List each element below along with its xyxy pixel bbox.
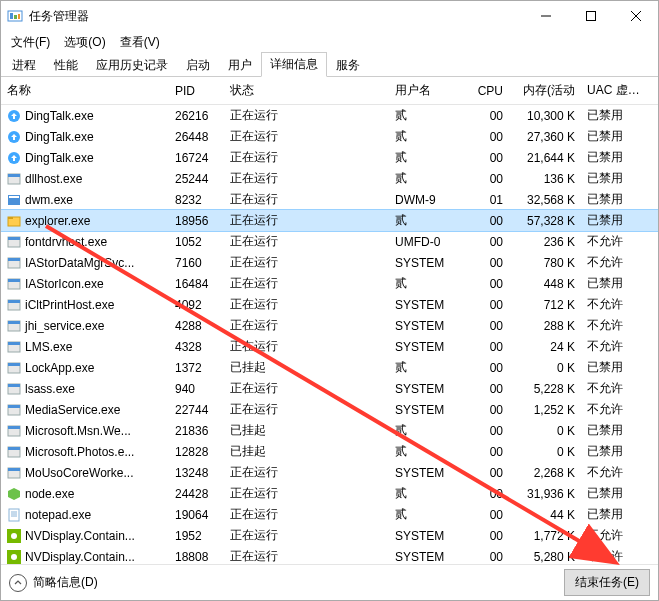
process-status: 已挂起 xyxy=(224,443,389,460)
tab-processes[interactable]: 进程 xyxy=(3,53,45,77)
table-row[interactable]: notepad.exe19064正在运行贰0044 K已禁用 xyxy=(1,504,658,525)
svg-rect-1 xyxy=(10,13,13,19)
menu-view[interactable]: 查看(V) xyxy=(114,32,166,53)
header-memory[interactable]: 内存(活动 xyxy=(509,82,581,99)
process-name: notepad.exe xyxy=(25,508,91,522)
process-pid: 26448 xyxy=(169,130,224,144)
table-row[interactable]: LMS.exe4328正在运行SYSTEM0024 K不允许 xyxy=(1,336,658,357)
table-row[interactable]: DingTalk.exe26448正在运行贰0027,360 K已禁用 xyxy=(1,126,658,147)
process-pid: 940 xyxy=(169,382,224,396)
tab-history[interactable]: 应用历史记录 xyxy=(87,53,177,77)
process-name: NVDisplay.Contain... xyxy=(25,529,135,543)
table-row[interactable]: node.exe24428正在运行贰0031,936 K已禁用 xyxy=(1,483,658,504)
table-row[interactable]: fontdrvhost.exe1052正在运行UMFD-000236 K不允许 xyxy=(1,231,658,252)
svg-rect-24 xyxy=(8,300,20,303)
header-pid[interactable]: PID xyxy=(169,84,224,98)
process-status: 正在运行 xyxy=(224,548,389,564)
process-uac: 不允许 xyxy=(581,296,649,313)
header-name[interactable]: 名称 xyxy=(1,82,169,99)
table-row[interactable]: jhi_service.exe4288正在运行SYSTEM00288 K不允许 xyxy=(1,315,658,336)
process-status: 正在运行 xyxy=(224,338,389,355)
svg-rect-30 xyxy=(8,363,20,366)
process-status: 正在运行 xyxy=(224,401,389,418)
table-row[interactable]: explorer.exe18956正在运行贰0057,328 K已禁用 xyxy=(1,210,658,231)
table-row[interactable]: lsass.exe940正在运行SYSTEM005,228 K不允许 xyxy=(1,378,658,399)
svg-point-49 xyxy=(11,554,17,560)
end-task-button[interactable]: 结束任务(E) xyxy=(564,569,650,596)
process-cpu: 00 xyxy=(469,319,509,333)
tab-details[interactable]: 详细信息 xyxy=(261,52,327,77)
process-uac: 不允许 xyxy=(581,464,649,481)
menu-options[interactable]: 选项(O) xyxy=(58,32,111,53)
table-row[interactable]: dwm.exe8232正在运行DWM-90132,568 K已禁用 xyxy=(1,189,658,210)
table-row[interactable]: Microsoft.Msn.We...21836已挂起贰000 K已禁用 xyxy=(1,420,658,441)
process-memory: 712 K xyxy=(509,298,581,312)
process-memory: 44 K xyxy=(509,508,581,522)
process-user: SYSTEM xyxy=(389,256,469,270)
process-pid: 19064 xyxy=(169,508,224,522)
process-icon xyxy=(7,256,21,270)
process-cpu: 00 xyxy=(469,508,509,522)
process-cpu: 00 xyxy=(469,130,509,144)
process-status: 正在运行 xyxy=(224,107,389,124)
process-icon xyxy=(7,403,21,417)
svg-rect-38 xyxy=(8,447,20,450)
process-status: 正在运行 xyxy=(224,191,389,208)
tab-services[interactable]: 服务 xyxy=(327,53,369,77)
process-uac: 不允许 xyxy=(581,338,649,355)
table-row[interactable]: NVDisplay.Contain...18808正在运行SYSTEM005,2… xyxy=(1,546,658,564)
table-row[interactable]: MediaService.exe22744正在运行SYSTEM001,252 K… xyxy=(1,399,658,420)
process-pid: 12828 xyxy=(169,445,224,459)
table-row[interactable]: DingTalk.exe16724正在运行贰0021,644 K已禁用 xyxy=(1,147,658,168)
process-pid: 16484 xyxy=(169,277,224,291)
process-name: iCltPrintHost.exe xyxy=(25,298,114,312)
process-name: dllhost.exe xyxy=(25,172,82,186)
process-uac: 已禁用 xyxy=(581,107,649,124)
table-row[interactable]: IAStorIcon.exe16484正在运行贰00448 K已禁用 xyxy=(1,273,658,294)
process-user: 贰 xyxy=(389,107,469,124)
brief-info-toggle[interactable]: 简略信息(D) xyxy=(9,574,98,592)
process-name: IAStorDataMgrSvc... xyxy=(25,256,134,270)
process-pid: 21836 xyxy=(169,424,224,438)
table-row[interactable]: MoUsoCoreWorke...13248正在运行SYSTEM002,268 … xyxy=(1,462,658,483)
process-cpu: 00 xyxy=(469,109,509,123)
process-memory: 236 K xyxy=(509,235,581,249)
process-pid: 4288 xyxy=(169,319,224,333)
table-row[interactable]: dllhost.exe25244正在运行贰00136 K已禁用 xyxy=(1,168,658,189)
tab-startup[interactable]: 启动 xyxy=(177,53,219,77)
table-row[interactable]: NVDisplay.Contain...1952正在运行SYSTEM001,77… xyxy=(1,525,658,546)
header-cpu[interactable]: CPU xyxy=(469,84,509,98)
process-name: fontdrvhost.exe xyxy=(25,235,107,249)
header-status[interactable]: 状态 xyxy=(224,82,389,99)
process-status: 正在运行 xyxy=(224,275,389,292)
svg-rect-28 xyxy=(8,342,20,345)
process-list[interactable]: DingTalk.exe26216正在运行贰0010,300 K已禁用DingT… xyxy=(1,105,658,564)
tab-performance[interactable]: 性能 xyxy=(45,53,87,77)
process-name: MoUsoCoreWorke... xyxy=(25,466,133,480)
table-row[interactable]: iCltPrintHost.exe4092正在运行SYSTEM00712 K不允… xyxy=(1,294,658,315)
table-row[interactable]: IAStorDataMgrSvc...7160正在运行SYSTEM00780 K… xyxy=(1,252,658,273)
tab-users[interactable]: 用户 xyxy=(219,53,261,77)
menu-file[interactable]: 文件(F) xyxy=(5,32,56,53)
process-user: SYSTEM xyxy=(389,298,469,312)
process-status: 已挂起 xyxy=(224,359,389,376)
table-row[interactable]: Microsoft.Photos.e...12828已挂起贰000 K已禁用 xyxy=(1,441,658,462)
header-uac[interactable]: UAC 虚拟化 xyxy=(581,82,649,99)
header-user[interactable]: 用户名 xyxy=(389,82,469,99)
table-row[interactable]: LockApp.exe1372已挂起贰000 K已禁用 xyxy=(1,357,658,378)
process-icon xyxy=(7,193,21,207)
process-memory: 0 K xyxy=(509,361,581,375)
process-icon xyxy=(7,214,21,228)
maximize-button[interactable] xyxy=(568,1,613,31)
table-row[interactable]: DingTalk.exe26216正在运行贰0010,300 K已禁用 xyxy=(1,105,658,126)
process-user: UMFD-0 xyxy=(389,235,469,249)
minimize-button[interactable] xyxy=(523,1,568,31)
process-icon xyxy=(7,487,21,501)
process-pid: 1052 xyxy=(169,235,224,249)
process-pid: 18808 xyxy=(169,550,224,564)
process-memory: 31,936 K xyxy=(509,487,581,501)
process-uac: 已禁用 xyxy=(581,443,649,460)
close-button[interactable] xyxy=(613,1,658,31)
svg-rect-3 xyxy=(18,14,20,19)
svg-rect-14 xyxy=(9,196,19,198)
